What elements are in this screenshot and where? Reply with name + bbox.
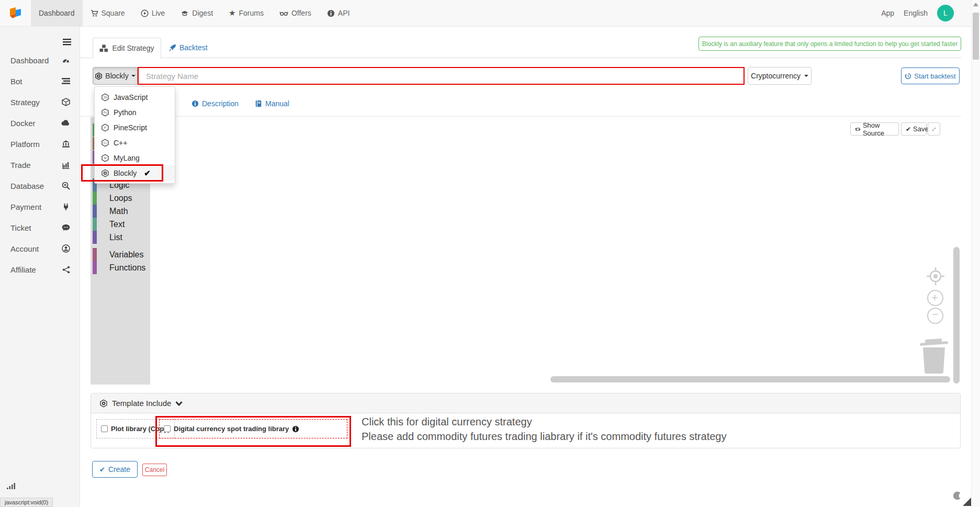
trash-icon[interactable]: [919, 336, 949, 376]
checkbox-digital-currency-library[interactable]: Digital currency spot trading library: [159, 419, 347, 438]
category-color-chip: [93, 191, 97, 205]
blockly-icon: [95, 72, 103, 80]
info-circle-icon[interactable]: [292, 425, 299, 433]
checkbox-icon[interactable]: [101, 425, 108, 432]
expand-button[interactable]: [928, 122, 940, 136]
toolbox-category-loops[interactable]: Loops: [93, 191, 148, 205]
cancel-button[interactable]: Cancel: [142, 464, 167, 476]
lang-option-mylang[interactable]: M MyLang: [95, 150, 175, 165]
create-button[interactable]: ✔ Create: [92, 461, 138, 478]
hamburger-icon[interactable]: [63, 38, 71, 48]
nav-item-forums[interactable]: ★ Forums: [221, 0, 272, 26]
expand-arrows-icon: [932, 126, 936, 132]
lang-option-python[interactable]: Py Python: [95, 105, 175, 120]
lang-option-label: Blockly: [114, 169, 137, 177]
corner-triangle-icon[interactable]: [963, 498, 971, 506]
page-scrollbar[interactable]: [971, 0, 980, 507]
category-color-chip: [93, 261, 97, 274]
graduation-cap-icon: [181, 9, 189, 17]
category-color-chip: [93, 205, 97, 218]
sidebar-item-account[interactable]: Account: [0, 238, 80, 259]
manual-link[interactable]: Manual: [255, 99, 289, 108]
save-button[interactable]: ✔ Save: [901, 122, 927, 136]
language-dropdown-label: Blockly: [105, 72, 128, 80]
nav-item-digest[interactable]: Digest: [173, 0, 221, 26]
nav-item-dashboard[interactable]: Dashboard: [31, 0, 83, 26]
nav-item-label: Dashboard: [39, 9, 75, 17]
category-dropdown-button[interactable]: Cryptocurrency: [748, 67, 812, 85]
lang-option-pinescript[interactable]: P PineScript: [95, 120, 175, 135]
toolbox-category-functions[interactable]: Functions: [93, 261, 148, 274]
category-dropdown-label: Cryptocurrency: [751, 72, 801, 80]
toolbox-category-math[interactable]: Math: [93, 205, 148, 218]
nav-item-label: Offers: [291, 9, 311, 17]
glasses-icon: [279, 9, 288, 17]
star-icon: ★: [229, 8, 235, 18]
svg-text:C+: C+: [104, 141, 107, 144]
workspace-hscrollbar[interactable]: [550, 376, 950, 382]
check-icon: ✔: [906, 126, 911, 133]
minus-icon[interactable]: −: [932, 309, 939, 320]
template-include-header[interactable]: Template Include: [91, 393, 960, 413]
lang-option-cpp[interactable]: C+ C++: [95, 135, 175, 150]
avatar[interactable]: L: [937, 5, 954, 21]
sidebar-item-platform[interactable]: Platform: [0, 133, 80, 154]
dark-mode-moon-icon[interactable]: [952, 491, 962, 503]
blockly-icon: [101, 169, 109, 177]
description-link[interactable]: Description: [192, 99, 239, 108]
sidebar-item-payment[interactable]: Payment: [0, 196, 80, 217]
show-source-button[interactable]: Show Source: [850, 122, 899, 136]
nav-item-api[interactable]: API: [319, 0, 358, 26]
tab-edit-strategy[interactable]: Edit Strategy: [93, 38, 161, 59]
sidebar-item-label: Account: [10, 244, 39, 253]
fmz-logo[interactable]: [0, 0, 31, 26]
cart-icon: [91, 9, 98, 17]
nav-item-live[interactable]: Live: [133, 0, 173, 26]
sidebar-item-bot[interactable]: Bot: [0, 71, 80, 92]
cubes-icon: [99, 44, 108, 52]
tab-backtest[interactable]: Backtest: [168, 38, 208, 58]
start-backtest-button[interactable]: Start backtest: [901, 67, 960, 84]
bank-icon: [62, 140, 70, 148]
toolbox-category-text[interactable]: Text: [93, 218, 148, 231]
sidebar: Dashboard Bot Strategy Docker Platform T…: [0, 27, 80, 507]
toolbox-category-variables[interactable]: Variables: [93, 248, 148, 261]
hint-line-2: Please add commodity futures trading lia…: [362, 429, 726, 444]
lang-option-label: Python: [114, 108, 137, 117]
category-label: Variables: [109, 250, 144, 260]
category-label: Loops: [109, 194, 132, 203]
nav-item-offers[interactable]: Offers: [272, 0, 319, 26]
toolbox-category-list[interactable]: List: [93, 231, 148, 244]
sidebar-item-label: Docker: [10, 119, 36, 128]
lang-option-javascript[interactable]: JS JavaScript: [95, 89, 175, 105]
lang-option-label: MyLang: [114, 154, 140, 162]
nav-item-label: Digest: [192, 9, 213, 17]
caret-down-icon: [804, 75, 808, 77]
language-dropdown-button[interactable]: Blockly: [93, 67, 138, 85]
sidebar-item-strategy[interactable]: Strategy: [0, 92, 80, 112]
workspace-vscrollbar[interactable]: [953, 247, 960, 384]
lang-option-label: PineScript: [114, 123, 147, 132]
search-plus-icon: [62, 182, 70, 190]
nav-item-square[interactable]: Square: [83, 0, 133, 26]
nav-language-link[interactable]: English: [904, 9, 928, 17]
book-icon: [255, 100, 262, 107]
plus-icon[interactable]: +: [931, 292, 938, 303]
info-circle-icon: [192, 100, 199, 107]
scrollbar-up-arrow-icon[interactable]: [973, 3, 978, 6]
sidebar-item-label: Payment: [10, 202, 41, 211]
caret-down-icon: [131, 75, 136, 77]
checkbox-label: Digital currency spot trading library: [174, 425, 289, 433]
sidebar-item-database[interactable]: Database: [0, 175, 80, 196]
nav-app-link[interactable]: App: [881, 9, 894, 17]
sidebar-item-dashboard[interactable]: Dashboard: [0, 50, 80, 71]
lang-option-blockly[interactable]: Blockly ✔: [95, 165, 175, 181]
scrollbar-thumb[interactable]: [973, 13, 979, 60]
sidebar-item-ticket[interactable]: Ticket: [0, 217, 80, 238]
strategy-name-input[interactable]: [138, 67, 745, 85]
zoom-reset-crosshair-icon[interactable]: [926, 267, 945, 286]
checkbox-icon[interactable]: [164, 425, 171, 432]
sidebar-item-affiliate[interactable]: Affiliate: [0, 259, 80, 280]
sidebar-item-trade[interactable]: Trade: [0, 154, 80, 175]
sidebar-item-docker[interactable]: Docker: [0, 112, 80, 133]
